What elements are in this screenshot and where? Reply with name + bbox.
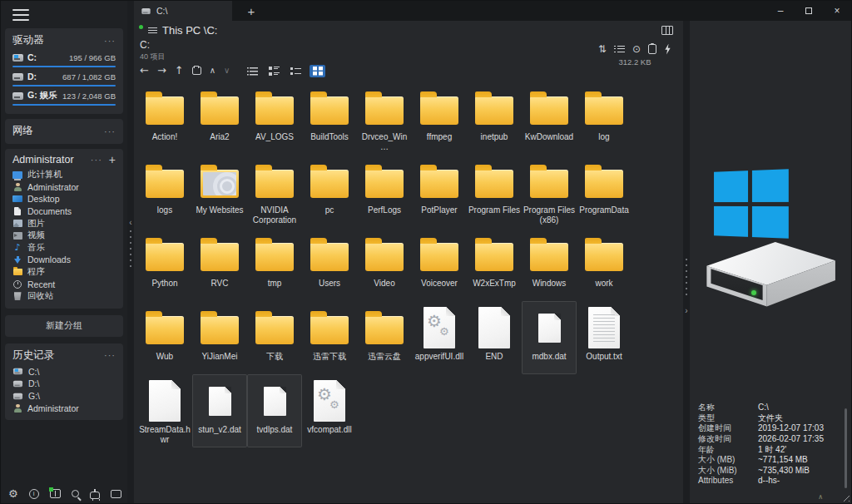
tab-c-drive[interactable]: C:\ <box>134 1 232 21</box>
file-item[interactable]: PotPlayer <box>412 155 467 228</box>
splitter-handle[interactable] <box>686 259 687 299</box>
user-group-menu-dots-icon[interactable]: ··· <box>91 156 102 163</box>
sidebar-item-administrator[interactable]: Administrator <box>12 181 116 194</box>
chevron-up-icon[interactable]: ∧ <box>818 493 823 501</box>
file-item[interactable]: 迅雷下载 <box>302 301 357 374</box>
forward-button[interactable]: → <box>157 65 166 77</box>
file-item[interactable]: RVC <box>192 228 247 301</box>
search-icon[interactable] <box>72 490 79 497</box>
file-item-selected[interactable]: stun_v2.dat <box>192 374 247 447</box>
assistant-robot-icon[interactable] <box>90 492 100 499</box>
collapse-right-icon[interactable]: › <box>683 307 690 315</box>
group-list-icon[interactable] <box>614 45 625 53</box>
file-item[interactable]: AV_LOGS <box>247 82 302 155</box>
right-panel-splitter[interactable]: › <box>683 21 690 503</box>
file-item[interactable]: Action! <box>137 82 192 155</box>
drive-item-d[interactable]: D: 687 / 1,082 GB <box>12 70 116 86</box>
history-menu-dots-icon[interactable]: ··· <box>104 352 116 358</box>
file-item-selected[interactable]: mdbx.dat <box>522 301 577 374</box>
new-tab-button[interactable]: + <box>232 1 270 21</box>
file-item[interactable]: Drvceo_Win… <box>357 82 412 155</box>
maximize-button[interactable] <box>795 1 823 21</box>
expand-icon[interactable]: ∨ <box>224 65 230 77</box>
menu-icon[interactable] <box>12 9 29 21</box>
file-item[interactable]: 迅雷云盘 <box>357 301 412 374</box>
file-item[interactable]: Voiceover <box>412 228 467 301</box>
file-item[interactable]: YiJianMei <box>192 301 247 374</box>
history-item-g[interactable]: G:\ <box>12 390 116 403</box>
info-icon[interactable]: i <box>29 489 39 499</box>
tiles-view-button[interactable] <box>266 65 282 77</box>
sidebar-item-downloads[interactable]: Downloads <box>12 254 116 266</box>
list-view-button[interactable] <box>245 65 260 77</box>
file-item[interactable]: ffmpeg <box>412 82 467 155</box>
file-item[interactable]: Wub <box>137 301 192 374</box>
sidebar-item-recent[interactable]: Recent <box>12 278 116 290</box>
file-item[interactable]: Program Files (x86) <box>522 155 577 228</box>
file-item-selected[interactable]: tvdlps.dat <box>247 374 302 447</box>
file-item[interactable]: W2xExTmp <box>467 228 522 301</box>
sidebar-item-this-computer[interactable]: 此计算机 <box>12 169 116 181</box>
file-item[interactable]: pc <box>302 155 357 228</box>
file-item[interactable]: ProgramData <box>577 155 632 228</box>
history-item-c[interactable]: C:\ <box>12 366 116 378</box>
sidebar-item-videos[interactable]: 视频 <box>12 230 116 242</box>
quick-actions-icon[interactable] <box>664 44 671 55</box>
add-group-item-icon[interactable]: + <box>109 156 116 164</box>
file-item[interactable]: tmp <box>247 228 302 301</box>
file-item[interactable]: PerfLogs <box>357 155 412 228</box>
collapse-left-icon[interactable]: ‹ <box>127 219 134 227</box>
file-item[interactable]: Aria2 <box>192 82 247 155</box>
file-item[interactable]: logs <box>137 155 192 228</box>
history-item-d[interactable]: D:\ <box>12 378 116 390</box>
drive-item-g[interactable]: G: 娱乐 123 / 2,048 GB <box>12 89 116 106</box>
file-item[interactable]: KwDownload <box>522 82 577 155</box>
new-window-icon[interactable] <box>111 490 121 498</box>
clipboard-icon[interactable] <box>648 44 656 54</box>
sidebar-item-desktop[interactable]: Desktop <box>12 193 116 205</box>
update-available-icon[interactable] <box>50 489 61 498</box>
drive-item-c[interactable]: C: 195 / 966 GB <box>12 51 116 67</box>
sort-icon[interactable]: ⇅ <box>598 43 607 55</box>
details-view-button[interactable] <box>288 65 304 77</box>
settings-gear-icon[interactable]: ⚙ <box>8 488 18 499</box>
filter-target-icon[interactable]: ⊙ <box>632 43 641 55</box>
new-group-button[interactable]: 新建分组 <box>5 315 123 337</box>
back-button[interactable]: ← <box>140 65 149 77</box>
left-panel-splitter[interactable]: ‹ <box>127 1 134 503</box>
file-item[interactable]: 下载 <box>247 301 302 374</box>
file-item[interactable]: StreamData.hwr <box>137 374 192 447</box>
file-item[interactable]: Users <box>302 228 357 301</box>
sidebar-item-pictures[interactable]: 图片 <box>12 217 116 230</box>
new-folder-icon[interactable] <box>192 67 201 75</box>
file-item[interactable]: Video <box>357 228 412 301</box>
file-item[interactable]: Program Files <box>467 155 522 228</box>
file-item[interactable]: ⚙⚙vfcompat.dll <box>302 374 357 447</box>
minimize-button[interactable]: – <box>766 1 795 21</box>
sidebar-item-programs[interactable]: 程序 <box>12 266 116 279</box>
file-item[interactable]: log <box>577 82 632 155</box>
columns-layout-icon[interactable] <box>661 26 673 35</box>
file-item[interactable]: work <box>577 228 632 301</box>
file-item[interactable]: NVIDIA Corporation <box>247 155 302 228</box>
file-item[interactable]: inetpub <box>467 82 522 155</box>
resize-grip[interactable] <box>840 492 850 502</box>
close-button[interactable]: × <box>823 1 851 21</box>
grid-view-button-active[interactable] <box>310 65 325 77</box>
collapse-icon[interactable]: ∧ <box>210 65 215 77</box>
drives-menu-dots-icon[interactable]: ··· <box>104 37 116 44</box>
file-item[interactable]: ⚙⚙appverifUI.dll <box>412 301 467 374</box>
pane-menu-icon[interactable] <box>148 27 157 34</box>
splitter-handle[interactable] <box>130 230 131 270</box>
file-item[interactable]: BuildTools <box>302 82 357 155</box>
up-button[interactable]: ↑ <box>175 65 184 77</box>
file-item[interactable]: My Websites <box>192 155 247 228</box>
file-item[interactable]: Windows <box>522 228 577 301</box>
details-scrollbar[interactable] <box>845 408 847 488</box>
sidebar-item-recycle-bin[interactable]: 回收站 <box>12 290 116 303</box>
file-item[interactable]: Output.txt <box>577 301 632 374</box>
network-menu-dots-icon[interactable]: ··· <box>104 128 116 135</box>
history-item-administrator[interactable]: Administrator <box>12 402 116 414</box>
sidebar-item-music[interactable]: ♪音乐 <box>12 242 116 254</box>
file-item[interactable]: Python <box>137 228 192 301</box>
